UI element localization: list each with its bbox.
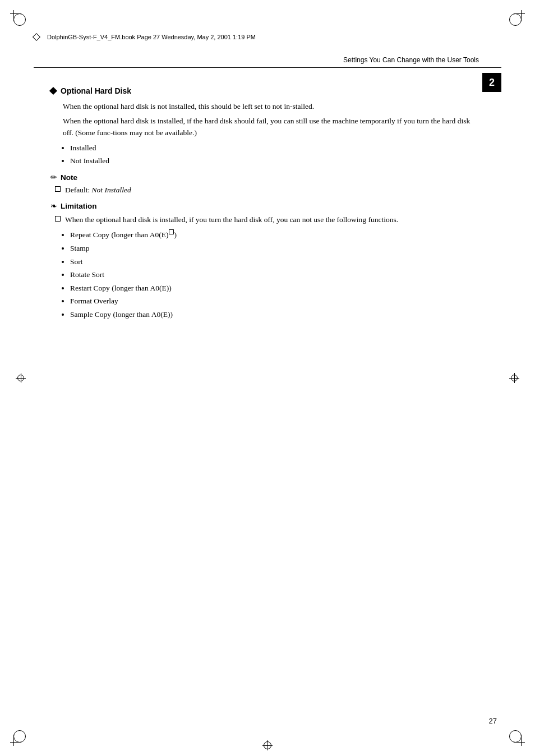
note-checkbox-icon bbox=[55, 186, 61, 192]
note-section: ✏ Note Default: Not Installed bbox=[50, 173, 479, 196]
list-item-repeat-copy: Repeat Copy (longer than A0(E)) bbox=[70, 229, 479, 241]
limitation-heading: ❧ Limitation bbox=[50, 201, 479, 211]
corner-mark-bottom-right bbox=[509, 730, 525, 746]
options-list: Installed Not Installed bbox=[70, 142, 479, 167]
page: DolphinGB-Syst-F_V4_FM.book Page 27 Wedn… bbox=[0, 0, 535, 756]
chapter-tab: 2 bbox=[482, 73, 501, 92]
body-paragraph-2: When the optional hard disk is installed… bbox=[63, 116, 479, 139]
header-filename: DolphinGB-Syst-F_V4_FM.book Page 27 Wedn… bbox=[47, 34, 256, 40]
super-box-icon bbox=[169, 229, 174, 234]
chapter-number: 2 bbox=[489, 77, 495, 89]
header-bar: DolphinGB-Syst-F_V4_FM.book Page 27 Wedn… bbox=[34, 34, 501, 40]
limitation-intro-item: When the optional hard disk is installed… bbox=[55, 214, 479, 225]
note-heading-text: Note bbox=[61, 173, 77, 182]
list-item-restart-copy: Restart Copy (longer than A0(E)) bbox=[70, 282, 479, 294]
limitation-checkbox-icon bbox=[55, 216, 61, 222]
bottom-center-circle bbox=[264, 741, 271, 749]
list-item-rotate-sort: Rotate Sort bbox=[70, 269, 479, 281]
section-heading: Optional Hard Disk bbox=[50, 86, 479, 95]
list-item-format-overlay: Format Overlay bbox=[70, 295, 479, 307]
section-heading-text: Optional Hard Disk bbox=[61, 86, 131, 95]
body-paragraph-1: When the optional hard disk is not insta… bbox=[63, 101, 479, 112]
list-item-sample-copy: Sample Copy (longer than A0(E)) bbox=[70, 308, 479, 321]
corner-mark-bottom-left bbox=[10, 730, 26, 746]
limitation-section: ❧ Limitation When the optional hard disk… bbox=[50, 201, 479, 320]
list-item-stamp: Stamp bbox=[70, 242, 479, 255]
list-item-sort: Sort bbox=[70, 256, 479, 268]
mid-mark-left bbox=[16, 373, 26, 383]
header-diamond-icon bbox=[33, 33, 40, 41]
note-item: Default: Not Installed bbox=[55, 185, 479, 196]
list-item-installed: Installed bbox=[70, 142, 479, 154]
header-title: Settings You Can Change with the User To… bbox=[343, 56, 479, 64]
limitation-intro-text: When the optional hard disk is installed… bbox=[65, 214, 398, 225]
corner-mark-top-left bbox=[10, 10, 26, 26]
diamond-bullet-icon bbox=[49, 87, 57, 95]
note-default-text: Default: Not Installed bbox=[65, 185, 131, 196]
limitation-icon: ❧ bbox=[50, 201, 57, 211]
note-default-value: Not Installed bbox=[92, 186, 131, 194]
limitation-list: Repeat Copy (longer than A0(E)) Stamp So… bbox=[70, 229, 479, 320]
corner-mark-top-right bbox=[509, 10, 525, 26]
limitation-heading-text: Limitation bbox=[61, 202, 97, 210]
mid-mark-right bbox=[509, 373, 519, 383]
note-icon: ✏ bbox=[50, 173, 57, 182]
page-number: 27 bbox=[489, 717, 497, 725]
main-content: Optional Hard Disk When the optional har… bbox=[50, 79, 479, 325]
list-item-not-installed: Not Installed bbox=[70, 155, 479, 167]
top-rule bbox=[34, 67, 501, 68]
note-heading: ✏ Note bbox=[50, 173, 479, 182]
